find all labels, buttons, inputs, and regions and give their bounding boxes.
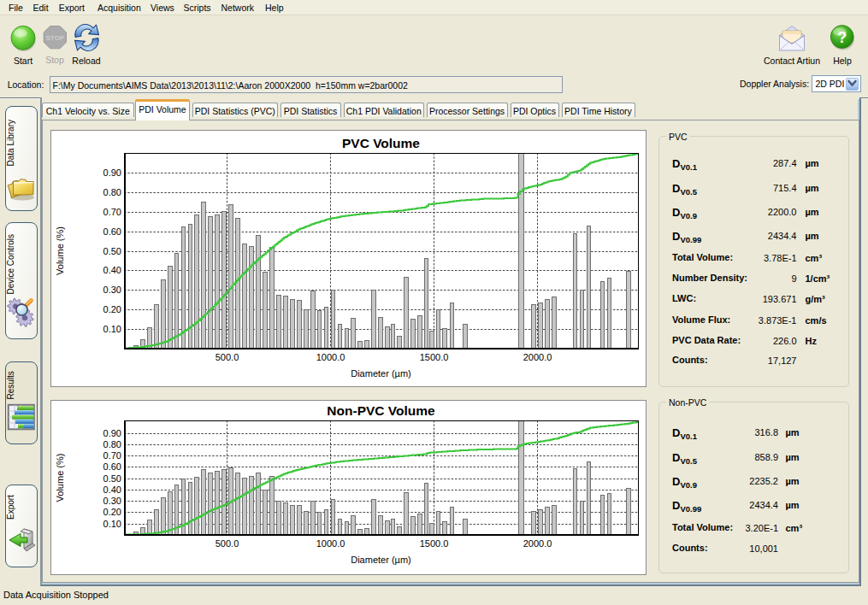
svg-text:0.40: 0.40 [103, 485, 121, 495]
svg-text:500.0: 500.0 [216, 352, 239, 362]
svg-text:0.60: 0.60 [103, 461, 121, 472]
svg-text:0.60: 0.60 [103, 226, 121, 237]
svg-text:500.0: 500.0 [216, 538, 239, 549]
svg-text:2000.0: 2000.0 [523, 352, 552, 362]
svg-text:Diameter (µm): Diameter (µm) [351, 368, 411, 379]
svg-text:STOP: STOP [45, 34, 64, 42]
svg-text:1500.0: 1500.0 [420, 352, 449, 362]
svg-text:0.10: 0.10 [103, 324, 121, 334]
svg-text:0.70: 0.70 [103, 450, 121, 461]
svg-text:0.90: 0.90 [103, 428, 121, 438]
svg-text:2000.0: 2000.0 [523, 538, 552, 549]
svg-text:0.20: 0.20 [103, 507, 121, 517]
svg-text:1500.0: 1500.0 [420, 538, 449, 549]
svg-text:Volume (%): Volume (%) [55, 454, 65, 502]
svg-text:?: ? [837, 29, 847, 46]
svg-text:0.70: 0.70 [103, 207, 121, 217]
svg-text:0.80: 0.80 [103, 187, 121, 197]
svg-text:0.80: 0.80 [103, 439, 121, 449]
svg-text:0.20: 0.20 [103, 304, 121, 314]
svg-text:Diameter (µm): Diameter (µm) [351, 555, 411, 565]
svg-text:0.90: 0.90 [103, 167, 121, 178]
svg-text:0.30: 0.30 [103, 496, 121, 506]
svg-text:0.10: 0.10 [103, 519, 121, 529]
svg-text:0.30: 0.30 [103, 285, 121, 295]
svg-text:0.50: 0.50 [103, 246, 121, 256]
svg-text:0.50: 0.50 [103, 473, 121, 484]
svg-text:0.40: 0.40 [103, 265, 121, 275]
svg-text:1000.0: 1000.0 [316, 538, 345, 549]
svg-text:Volume (%): Volume (%) [55, 226, 65, 275]
svg-text:PVC Volume: PVC Volume [342, 136, 420, 150]
svg-text:1000.0: 1000.0 [316, 352, 345, 362]
svg-text:Non-PVC Volume: Non-PVC Volume [327, 403, 435, 418]
